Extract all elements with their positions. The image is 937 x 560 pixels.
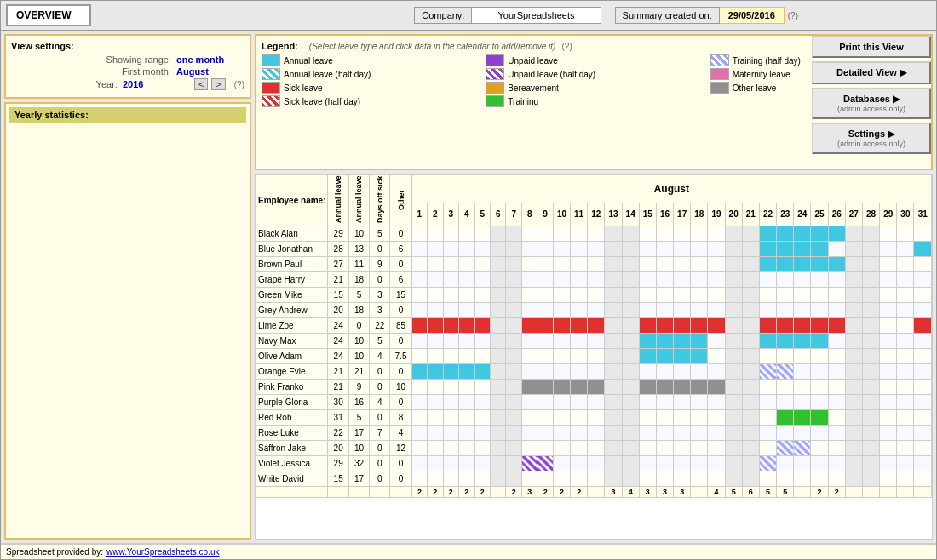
day-cell[interactable] (537, 441, 553, 456)
day-cell[interactable] (811, 471, 828, 487)
day-cell[interactable] (588, 349, 605, 364)
day-cell[interactable] (794, 410, 811, 426)
day-cell[interactable] (897, 395, 914, 410)
day-cell[interactable] (759, 288, 776, 303)
day-cell[interactable] (506, 226, 521, 242)
day-cell[interactable] (537, 288, 553, 303)
day-cell[interactable] (537, 364, 553, 380)
day-cell[interactable] (777, 303, 794, 318)
day-cell[interactable] (897, 318, 914, 334)
day-cell[interactable] (521, 364, 537, 380)
day-cell[interactable] (639, 318, 656, 334)
day-cell[interactable] (725, 303, 742, 318)
day-cell[interactable] (639, 334, 656, 349)
day-cell[interactable] (914, 349, 932, 364)
day-cell[interactable] (411, 395, 427, 410)
day-cell[interactable] (914, 364, 932, 380)
day-cell[interactable] (622, 226, 639, 242)
day-cell[interactable] (880, 426, 897, 441)
day-cell[interactable] (742, 349, 759, 364)
day-cell[interactable] (571, 441, 588, 456)
day-cell[interactable] (474, 257, 490, 272)
day-cell[interactable] (656, 380, 673, 395)
print-button[interactable]: Print this View (812, 36, 931, 58)
day-cell[interactable] (474, 349, 490, 364)
day-cell[interactable] (571, 426, 588, 441)
day-cell[interactable] (897, 334, 914, 349)
day-cell[interactable] (474, 395, 490, 410)
day-cell[interactable] (506, 318, 521, 334)
day-cell[interactable] (656, 349, 673, 364)
day-cell[interactable] (521, 318, 537, 334)
day-cell[interactable] (794, 318, 811, 334)
day-cell[interactable] (708, 380, 725, 395)
day-cell[interactable] (862, 334, 879, 349)
day-cell[interactable] (759, 441, 776, 456)
day-cell[interactable] (411, 349, 427, 364)
databases-button[interactable]: Databases ▶ (admin access only) (812, 88, 931, 119)
help-icon-header[interactable]: (?) (788, 11, 798, 20)
day-cell[interactable] (506, 257, 521, 272)
day-cell[interactable] (691, 380, 708, 395)
day-cell[interactable] (656, 364, 673, 380)
day-cell[interactable] (759, 272, 776, 288)
day-cell[interactable] (794, 364, 811, 380)
day-cell[interactable] (897, 426, 914, 441)
day-cell[interactable] (708, 349, 725, 364)
day-cell[interactable] (862, 456, 879, 471)
day-cell[interactable] (506, 456, 521, 471)
day-cell[interactable] (537, 242, 553, 257)
day-cell[interactable] (411, 334, 427, 349)
day-cell[interactable] (691, 288, 708, 303)
day-cell[interactable] (656, 410, 673, 426)
day-cell[interactable] (506, 303, 521, 318)
day-cell[interactable] (914, 471, 932, 487)
day-cell[interactable] (845, 456, 862, 471)
day-cell[interactable] (777, 456, 794, 471)
day-cell[interactable] (459, 410, 474, 426)
day-cell[interactable] (742, 364, 759, 380)
day-cell[interactable] (811, 380, 828, 395)
day-cell[interactable] (880, 318, 897, 334)
day-cell[interactable] (914, 456, 932, 471)
day-cell[interactable] (674, 349, 691, 364)
day-cell[interactable] (571, 226, 588, 242)
day-cell[interactable] (588, 272, 605, 288)
day-cell[interactable] (588, 303, 605, 318)
day-cell[interactable] (674, 288, 691, 303)
day-cell[interactable] (914, 334, 932, 349)
day-cell[interactable] (588, 426, 605, 441)
day-cell[interactable] (828, 318, 845, 334)
day-cell[interactable] (537, 257, 553, 272)
day-cell[interactable] (622, 395, 639, 410)
day-cell[interactable] (553, 303, 570, 318)
day-cell[interactable] (459, 257, 474, 272)
day-cell[interactable] (491, 349, 506, 364)
day-cell[interactable] (506, 334, 521, 349)
day-cell[interactable] (708, 426, 725, 441)
day-cell[interactable] (443, 364, 458, 380)
day-cell[interactable] (459, 226, 474, 242)
day-cell[interactable] (553, 441, 570, 456)
day-cell[interactable] (811, 395, 828, 410)
day-cell[interactable] (708, 456, 725, 471)
day-cell[interactable] (411, 410, 427, 426)
day-cell[interactable] (811, 272, 828, 288)
day-cell[interactable] (674, 272, 691, 288)
day-cell[interactable] (656, 226, 673, 242)
day-cell[interactable] (588, 441, 605, 456)
day-cell[interactable] (506, 441, 521, 456)
day-cell[interactable] (588, 334, 605, 349)
day-cell[interactable] (656, 441, 673, 456)
day-cell[interactable] (674, 364, 691, 380)
day-cell[interactable] (656, 272, 673, 288)
day-cell[interactable] (571, 349, 588, 364)
day-cell[interactable] (862, 380, 879, 395)
day-cell[interactable] (443, 226, 458, 242)
day-cell[interactable] (725, 410, 742, 426)
day-cell[interactable] (521, 426, 537, 441)
day-cell[interactable] (725, 318, 742, 334)
day-cell[interactable] (443, 471, 458, 487)
day-cell[interactable] (639, 441, 656, 456)
day-cell[interactable] (845, 349, 862, 364)
